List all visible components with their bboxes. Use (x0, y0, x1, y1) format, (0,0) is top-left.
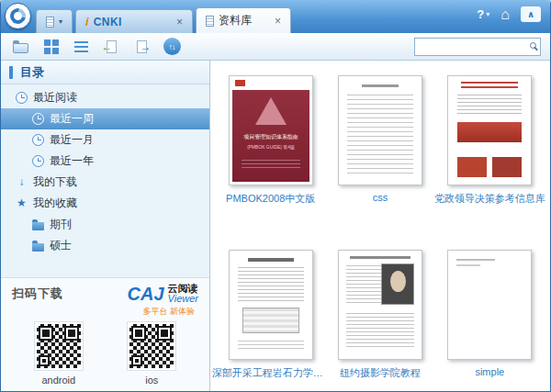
open-folder-icon (13, 43, 28, 53)
export-icon: → (137, 40, 147, 53)
cover-text-lines (456, 259, 495, 261)
caj-logo-icon (7, 6, 29, 28)
document-card-dangzheng[interactable]: 党政领导决策参考信息库 (436, 75, 543, 206)
document-title[interactable]: css (373, 192, 388, 203)
sidebar-title: 目录 (20, 64, 44, 81)
clock-icon (16, 92, 28, 104)
cover-text-lines (347, 95, 413, 174)
cover-red-heading (461, 82, 518, 89)
caj-cloud-brand: CAJ 云阅读 Viewer (128, 284, 198, 305)
close-tab-icon[interactable]: × (269, 16, 281, 27)
sidebar-item-label: 我的收藏 (33, 196, 77, 211)
document-card-shenbu[interactable]: 深部开采工程岩石力学现... (218, 250, 324, 380)
document-card-nyip[interactable]: 纽约摄影学院教程 (327, 250, 433, 380)
tab-icnki[interactable]: i CNKI × (75, 9, 193, 33)
clock-icon (32, 113, 44, 125)
document-title[interactable]: simple (475, 366, 504, 377)
tab-label: 资料库 (219, 13, 252, 28)
sync-button[interactable]: ↑↓ (160, 36, 184, 58)
sidebar-item-label: 最近一周 (50, 111, 94, 127)
document-title[interactable]: 纽约摄影学院教程 (340, 366, 421, 380)
icnki-logo-text: CNKI (94, 16, 122, 28)
sidebar-item-recent-read[interactable]: 最近阅读 (1, 87, 209, 108)
help-button[interactable]: ? ▾ (477, 7, 489, 21)
qr-label: android (41, 375, 75, 386)
caj-viewer-window: ▾ i CNKI × 资料库 × ? ▾ ⌂ ∧ (0, 0, 551, 392)
scan-download-label: 扫码下载 (12, 286, 63, 302)
thumbnail-view-button[interactable] (39, 36, 62, 58)
qr-label: ios (145, 375, 158, 386)
folder-icon (32, 243, 44, 252)
app-logo[interactable] (5, 3, 31, 29)
sidebar: 目录 最近阅读 最近一周 最近一月 最近一年 (1, 61, 210, 391)
catalog-tree: 最近阅读 最近一周 最近一月 最近一年 ↓ 我的下载 (1, 84, 209, 277)
document-thumbnail[interactable] (229, 250, 313, 360)
help-icon: ? (477, 7, 484, 21)
page-icon (206, 16, 214, 27)
promo-header: 扫码下载 CAJ 云阅读 Viewer (12, 284, 198, 305)
document-thumbnail[interactable] (447, 250, 532, 360)
home-button[interactable]: ⌂ (500, 7, 510, 22)
toolbar: ← → ↑↓ (1, 33, 550, 61)
clock-icon (32, 155, 44, 167)
cover-photo (492, 157, 522, 177)
import-button[interactable]: ← (99, 36, 123, 58)
star-icon: ★ (16, 197, 28, 209)
qr-ios-block: ios (128, 322, 175, 386)
document-title[interactable]: PMBOK2008中文版 (226, 192, 315, 206)
tab-start-page[interactable]: ▾ (36, 9, 73, 33)
list-view-button[interactable] (69, 36, 93, 58)
search-box (414, 38, 541, 56)
qr-code-image (128, 322, 175, 370)
document-thumbnail[interactable] (338, 75, 422, 185)
open-file-button[interactable] (8, 36, 32, 58)
document-thumbnail[interactable]: 项目管理知识体系指南 (PMBOK GUIDE) 第4版 (229, 75, 313, 185)
search-icon[interactable] (530, 42, 536, 49)
document-title[interactable]: 深部开采工程岩石力学现... (212, 366, 330, 380)
brand-text: 云阅读 Viewer (168, 284, 198, 305)
collapse-toolbar-button[interactable]: ∧ (521, 6, 541, 22)
clock-icon (32, 134, 44, 146)
tab-library[interactable]: 资料库 × (196, 7, 291, 33)
document-thumbnail[interactable] (447, 75, 532, 185)
sidebar-item-my-downloads[interactable]: ↓ 我的下载 (1, 172, 209, 193)
document-card-css[interactable]: css (327, 75, 433, 206)
cover-photo (457, 157, 487, 177)
sidebar-item-last-month[interactable]: 最近一月 (1, 129, 209, 151)
close-tab-icon[interactable]: × (171, 17, 183, 28)
sidebar-item-journals[interactable]: 期刊 (1, 214, 209, 235)
cover-photo (457, 122, 522, 142)
cover-text-lines (242, 160, 300, 169)
qr-codes: android ios (12, 322, 198, 386)
page-icon (46, 17, 54, 28)
brand-tagline: 多平台 新体验 (12, 306, 195, 318)
search-input[interactable] (414, 38, 541, 56)
tab-bar: ▾ i CNKI × 资料库 × (36, 0, 291, 33)
cover-text-lines (238, 341, 304, 352)
sidebar-item-my-favorites[interactable]: ★ 我的收藏 (1, 193, 209, 214)
sidebar-item-label: 我的下载 (33, 174, 77, 190)
document-card-pmbok[interactable]: 项目管理知识体系指南 (PMBOK GUIDE) 第4版 PMBOK2008中文… (218, 75, 324, 206)
cover-heading-line (362, 84, 399, 87)
cover-text-lines (346, 265, 381, 306)
cover-text-lines (238, 267, 304, 302)
document-title[interactable]: 党政领导决策参考信息库 (434, 192, 545, 206)
export-button[interactable]: → (129, 36, 153, 58)
chevron-down-icon[interactable]: ▾ (59, 17, 62, 26)
titlebar[interactable]: ▾ i CNKI × 资料库 × ? ▾ ⌂ ∧ (1, 0, 550, 33)
brand-viewer: Viewer (168, 294, 198, 305)
cover-portrait-photo (381, 263, 414, 305)
cover-art: 项目管理知识体系指南 (PMBOK GUIDE) 第4版 (232, 90, 309, 182)
left-arrow-icon: ← (102, 40, 113, 53)
qr-code-image (35, 322, 83, 370)
sidebar-item-last-week[interactable]: 最近一周 (1, 108, 209, 129)
document-card-simple[interactable]: simple (436, 250, 543, 380)
qr-android-block: android (35, 322, 83, 386)
brand-caj: CAJ (128, 284, 164, 305)
import-icon: ← (107, 40, 117, 53)
titlebar-actions: ? ▾ ⌂ ∧ (477, 6, 541, 22)
sidebar-header: 目录 (1, 61, 209, 84)
document-thumbnail[interactable] (338, 250, 422, 360)
sidebar-item-last-year[interactable]: 最近一年 (1, 151, 209, 172)
sidebar-item-masters[interactable]: 硕士 (1, 235, 209, 256)
